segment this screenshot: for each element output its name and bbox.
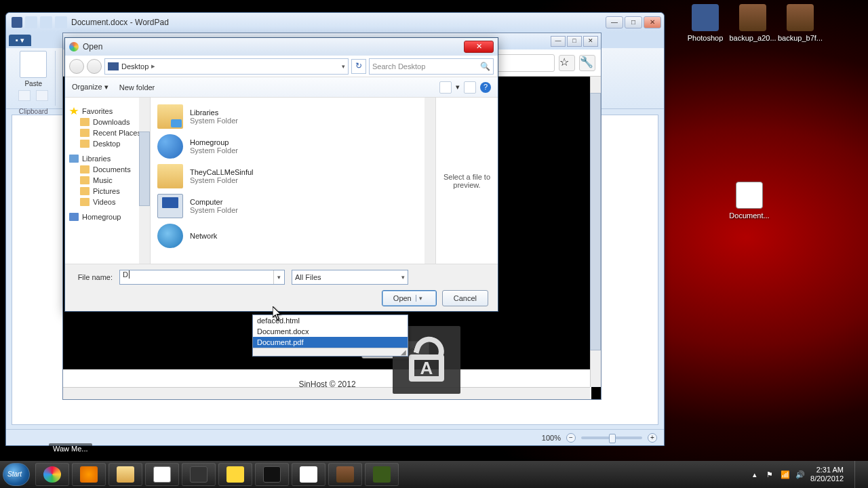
- refresh-button[interactable]: ↻: [351, 59, 366, 74]
- view-options-icon[interactable]: [439, 81, 452, 94]
- forward-button[interactable]: [87, 59, 102, 74]
- photoshop-icon: [692, 4, 719, 31]
- taskbar-app[interactable]: [182, 463, 216, 486]
- tree-recent-places[interactable]: Recent Places: [68, 127, 150, 138]
- open-button[interactable]: Open▾: [382, 290, 437, 306]
- qat-undo-icon[interactable]: [40, 16, 52, 28]
- autocomplete-item-selected[interactable]: Document.pdf: [253, 337, 408, 348]
- tree-pictures[interactable]: Pictures: [68, 186, 150, 197]
- filename-input[interactable]: D​ ▾: [119, 270, 285, 285]
- tree-homegroup[interactable]: Homegroup: [68, 211, 150, 222]
- help-icon[interactable]: ?: [480, 82, 491, 93]
- zoom-slider[interactable]: [581, 436, 642, 439]
- dialog-close-button[interactable]: ✕: [464, 41, 494, 53]
- system-tray[interactable]: ▴ ⚑ 📶 🔊 2:31 AM 8/20/2012: [751, 461, 865, 488]
- copy-icon[interactable]: [36, 90, 48, 101]
- resize-grip-icon[interactable]: ◢: [253, 348, 408, 356]
- tree-downloads[interactable]: Downloads: [68, 117, 150, 127]
- filelist-scrollbar[interactable]: [425, 98, 435, 264]
- chrome-icon: [69, 42, 79, 52]
- tree-documents[interactable]: Documents: [68, 164, 150, 175]
- file-menu-button[interactable]: ▪ ▾: [9, 35, 31, 46]
- document-icon: [736, 182, 763, 209]
- paste-icon[interactable]: [20, 51, 47, 78]
- taskbar-paint[interactable]: [292, 463, 326, 486]
- list-item[interactable]: Network: [153, 221, 433, 251]
- computer-icon: [157, 194, 183, 218]
- wordpad-titlebar[interactable]: Document.docx - WordPad — □ ✕: [6, 13, 664, 32]
- desktop-icon-photoshop[interactable]: Photoshop: [682, 4, 729, 42]
- minimize-button[interactable]: —: [606, 16, 623, 28]
- folder-icon: [80, 198, 90, 206]
- list-item[interactable]: ComputerSystem Folder: [153, 191, 433, 221]
- maximize-button[interactable]: □: [625, 16, 642, 28]
- zoom-in-button[interactable]: +: [648, 433, 657, 443]
- tree-scrollbar[interactable]: [139, 98, 150, 264]
- desktop-icon-backup2[interactable]: backup_b7f...: [776, 4, 824, 42]
- taskbar-media-player[interactable]: [72, 463, 106, 486]
- taskbar-cmd[interactable]: [255, 463, 289, 486]
- tree-desktop[interactable]: Desktop: [68, 138, 150, 149]
- tree-favorites[interactable]: Favorites: [68, 106, 150, 117]
- autocomplete-item[interactable]: Document.docx: [253, 326, 408, 337]
- flag-icon[interactable]: ⚑: [766, 470, 774, 479]
- scrollbar-thumb[interactable]: [590, 93, 601, 350]
- search-input[interactable]: Search Desktop 🔍: [369, 58, 494, 75]
- breadcrumb[interactable]: Desktop ▸ ▾: [104, 58, 349, 75]
- desktop-icon-backup1[interactable]: backup_a20...: [729, 4, 776, 42]
- folder-icon: [80, 118, 90, 126]
- list-item[interactable]: LibrariesSystem Folder: [153, 102, 433, 131]
- dialog-title: Open: [83, 42, 102, 52]
- dialog-titlebar[interactable]: Open ✕: [65, 38, 498, 56]
- tree-videos[interactable]: Videos: [68, 197, 150, 207]
- taskbar-explorer[interactable]: [108, 463, 142, 486]
- maximize-button[interactable]: □: [567, 36, 582, 47]
- scrollbar-thumb[interactable]: [139, 131, 150, 206]
- qat-save-icon[interactable]: [25, 16, 37, 28]
- list-item[interactable]: HomegroupSystem Folder: [153, 131, 433, 161]
- start-button[interactable]: Start: [3, 463, 30, 486]
- dropdown-icon[interactable]: ▾: [342, 63, 345, 70]
- wrench-icon[interactable]: 🔧: [579, 55, 595, 71]
- organize-menu[interactable]: Organize ▾: [72, 83, 108, 92]
- cancel-button[interactable]: Cancel: [442, 290, 488, 306]
- navigation-tree[interactable]: Favorites Downloads Recent Places Deskto…: [65, 98, 151, 264]
- filename-autocomplete[interactable]: defaced.html Document.docx Document.pdf …: [252, 314, 408, 357]
- taskbar-app2[interactable]: [365, 463, 399, 486]
- cut-icon[interactable]: [18, 90, 31, 101]
- tray-expand-icon[interactable]: ▴: [751, 470, 759, 479]
- bookmark-star-icon[interactable]: ☆: [559, 55, 575, 71]
- taskbar-chrome[interactable]: [35, 463, 69, 486]
- desktop-icon-document[interactable]: Document...: [726, 182, 773, 220]
- autocomplete-item[interactable]: defaced.html: [253, 315, 408, 326]
- tree-libraries[interactable]: Libraries: [68, 153, 150, 164]
- qat-redo-icon[interactable]: [55, 16, 67, 28]
- taskbar-winrar[interactable]: [328, 463, 362, 486]
- preview-pane-icon[interactable]: [464, 81, 476, 94]
- app-icon: [373, 466, 391, 483]
- back-button[interactable]: [69, 59, 84, 74]
- dropdown-icon[interactable]: ▾: [456, 83, 460, 92]
- filetype-filter[interactable]: All Files ▾: [292, 270, 408, 285]
- file-list[interactable]: LibrariesSystem Folder HomegroupSystem F…: [151, 98, 435, 264]
- taskbar-aim[interactable]: [218, 463, 252, 486]
- volume-icon[interactable]: 🔊: [795, 470, 804, 479]
- vertical-scrollbar[interactable]: [590, 77, 601, 387]
- network-icon[interactable]: 📶: [781, 470, 789, 479]
- close-button[interactable]: ✕: [583, 36, 598, 47]
- dropdown-icon[interactable]: ▾: [416, 295, 425, 302]
- new-folder-button[interactable]: New folder: [119, 83, 155, 92]
- horizontal-scrollbar[interactable]: [63, 387, 590, 399]
- show-desktop-button[interactable]: [854, 461, 861, 488]
- chevron-right-icon[interactable]: ▸: [151, 62, 155, 70]
- zoom-out-button[interactable]: −: [566, 433, 576, 443]
- filename-value: D: [123, 270, 128, 279]
- tree-music[interactable]: Music: [68, 175, 150, 186]
- clock[interactable]: 2:31 AM 8/20/2012: [810, 466, 844, 483]
- taskbar-notepad[interactable]: [145, 463, 179, 486]
- close-button[interactable]: ✕: [644, 16, 661, 28]
- item-type: System Folder: [190, 146, 238, 155]
- dropdown-icon[interactable]: ▾: [273, 270, 284, 284]
- list-item[interactable]: TheyCaLLMeSinfulSystem Folder: [153, 161, 433, 191]
- minimize-button[interactable]: —: [551, 36, 566, 47]
